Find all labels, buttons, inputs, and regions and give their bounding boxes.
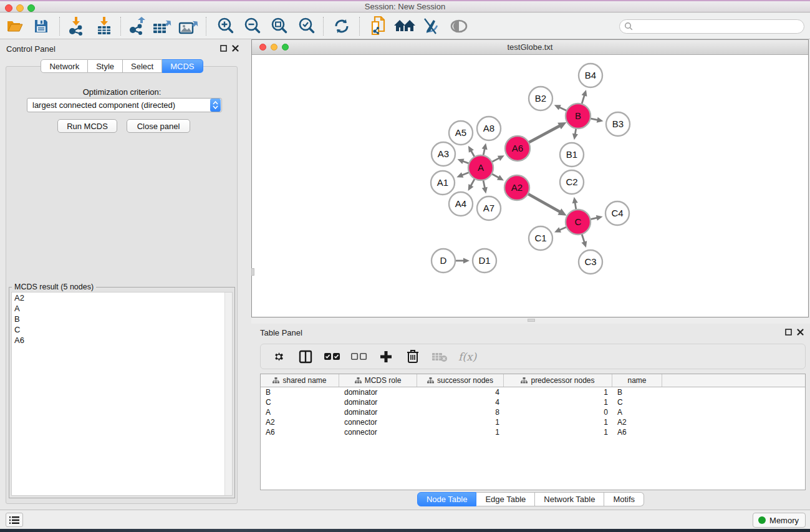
graph-node-label: A7: [483, 203, 494, 213]
table-row[interactable]: Cdominator41C: [261, 397, 805, 407]
mcds-result-item[interactable]: A: [12, 303, 232, 314]
mcds-result-title: MCDS result (5 nodes): [12, 283, 96, 291]
table-cell: B: [612, 388, 662, 397]
table-panel-tabs: Node TableEdge TableNetwork TableMotifs: [251, 492, 810, 506]
zoom-in-icon[interactable]: [216, 17, 236, 36]
divider-grip[interactable]: [528, 319, 535, 322]
search-icon: [624, 22, 634, 31]
node-table[interactable]: shared nameMCDS rolesuccessor nodesprede…: [260, 374, 806, 490]
edge-arrowhead: [482, 187, 488, 194]
search-input[interactable]: [634, 21, 804, 32]
deselect-all-icon[interactable]: [351, 349, 367, 365]
float-panel-icon[interactable]: [220, 45, 227, 52]
hide-graphics-details-icon[interactable]: [420, 17, 440, 36]
apply-layout-refresh-icon[interactable]: [332, 17, 352, 36]
float-table-panel-icon[interactable]: [785, 329, 792, 336]
import-table-icon[interactable]: [94, 17, 114, 36]
optimization-criterion-label: Optimization criterion:: [0, 87, 244, 97]
control-tab-style[interactable]: Style: [88, 59, 123, 73]
close-panel-icon[interactable]: [232, 45, 239, 52]
edge-A6-B[interactable]: [527, 125, 561, 143]
table-tab-network-table[interactable]: Network Table: [535, 492, 604, 506]
column-header-label: MCDS role: [365, 376, 402, 385]
import-network-icon[interactable]: [66, 17, 86, 36]
network-graph[interactable]: B4B2BB3A5A8A6A3B1AA1C2A2A4A7C4CC1C3DD1: [252, 56, 808, 317]
edge-arrowhead: [572, 197, 578, 204]
table-cell: 1: [504, 418, 612, 427]
control-tab-mcds[interactable]: MCDS: [162, 59, 203, 73]
new-network-from-selection-icon[interactable]: [369, 17, 389, 36]
graph-node-label: B1: [566, 149, 577, 160]
column-header-name[interactable]: name: [612, 374, 662, 387]
run-mcds-button[interactable]: Run MCDS: [57, 119, 117, 133]
home-icon[interactable]: [393, 17, 417, 36]
show-hide-eye-icon[interactable]: [449, 17, 469, 36]
graph-node-label: A: [478, 162, 484, 173]
open-file-icon[interactable]: [5, 17, 25, 36]
export-table-icon[interactable]: [152, 17, 172, 36]
table-row[interactable]: A6connector11A6: [261, 427, 805, 437]
table-cell: 0: [504, 408, 612, 417]
table-tab-motifs[interactable]: Motifs: [604, 492, 644, 506]
graph-node-label: C: [575, 216, 582, 227]
network-window-titlebar[interactable]: testGlobe.txt: [252, 40, 808, 55]
network-canvas[interactable]: B4B2BB3A5A8A6A3B1AA1C2A2A4A7C4CC1C3DD1: [252, 56, 808, 317]
save-session-icon[interactable]: [31, 17, 51, 36]
column-header-MCDS-role[interactable]: MCDS role: [339, 374, 417, 387]
select-stepper-icon: [210, 99, 221, 112]
column-header-predecessor-nodes[interactable]: predecessor nodes: [504, 374, 612, 387]
table-options-gear-icon[interactable]: [271, 349, 287, 365]
table-cell: C: [612, 398, 662, 407]
network-window-title: testGlobe.txt: [252, 42, 808, 52]
table-row[interactable]: Bdominator41B: [261, 387, 805, 397]
zoom-out-icon[interactable]: [243, 17, 263, 36]
mac-titlebar: Session: New Session: [0, 0, 810, 12]
control-panel: Control Panel NetworkStyleSelectMCDS Opt…: [0, 41, 244, 508]
graph-node-label: C1: [534, 233, 546, 243]
table-tab-edge-table[interactable]: Edge Table: [476, 492, 535, 506]
table-row[interactable]: Adominator80A: [261, 407, 805, 417]
table-cell: 1: [504, 428, 612, 437]
task-history-list-icon[interactable]: [6, 513, 23, 527]
network-view-window: testGlobe.txt B4B2BB3A5A8A6A3B1AA1C2A2A4…: [251, 39, 809, 317]
edge-A2-C[interactable]: [526, 193, 561, 212]
table-panel: Table Panel f(x) shared nameMCDS rolesuc…: [251, 324, 810, 510]
result-list-scrollbar[interactable]: [224, 293, 232, 495]
control-tab-select[interactable]: Select: [123, 59, 162, 73]
graph-node-label: A6: [512, 143, 523, 153]
criterion-select[interactable]: largest connected component (directed): [27, 98, 222, 112]
column-header-shared-name[interactable]: shared name: [261, 374, 339, 387]
graph-node-label: B3: [612, 118, 624, 129]
column-header-successor-nodes[interactable]: successor nodes: [417, 374, 504, 387]
main-toolbar: [0, 13, 810, 39]
search-box[interactable]: [619, 19, 804, 34]
add-column-plus-icon[interactable]: [378, 349, 394, 365]
toolbar-separator: [206, 17, 206, 36]
export-image-icon[interactable]: [178, 17, 198, 36]
delete-column-trash-icon[interactable]: [405, 349, 421, 365]
table-cell: dominator: [339, 408, 417, 417]
zoom-selected-icon[interactable]: [297, 17, 317, 36]
mcds-result-item[interactable]: A2: [12, 293, 232, 303]
zoom-fit-icon[interactable]: [269, 17, 289, 36]
column-layout-icon[interactable]: [297, 349, 314, 365]
horizontal-split-divider[interactable]: [251, 318, 810, 324]
mcds-result-group: MCDS result (5 nodes) A2ABCA6: [9, 287, 235, 498]
mcds-result-item[interactable]: C: [12, 324, 232, 335]
toolbar-separator: [59, 17, 60, 36]
close-panel-button[interactable]: Close panel: [127, 119, 190, 133]
close-table-panel-icon[interactable]: [797, 329, 804, 336]
mcds-result-list[interactable]: A2ABCA6: [11, 292, 233, 496]
table-tab-node-table[interactable]: Node Table: [417, 492, 477, 506]
mcds-result-item[interactable]: B: [12, 314, 232, 324]
vertical-split-handle[interactable]: [251, 268, 254, 276]
table-row[interactable]: A2connector11A2: [261, 417, 805, 427]
table-cell: 1: [417, 428, 504, 437]
control-tab-network[interactable]: Network: [41, 59, 88, 73]
mcds-result-item[interactable]: A6: [12, 335, 232, 346]
select-all-icon[interactable]: [324, 349, 340, 365]
export-network-icon[interactable]: [127, 17, 147, 36]
table-cell: A: [261, 408, 339, 417]
memory-button[interactable]: Memory: [753, 513, 806, 528]
node-table-body: Bdominator41BCdominator41CAdominator80AA…: [261, 387, 805, 437]
